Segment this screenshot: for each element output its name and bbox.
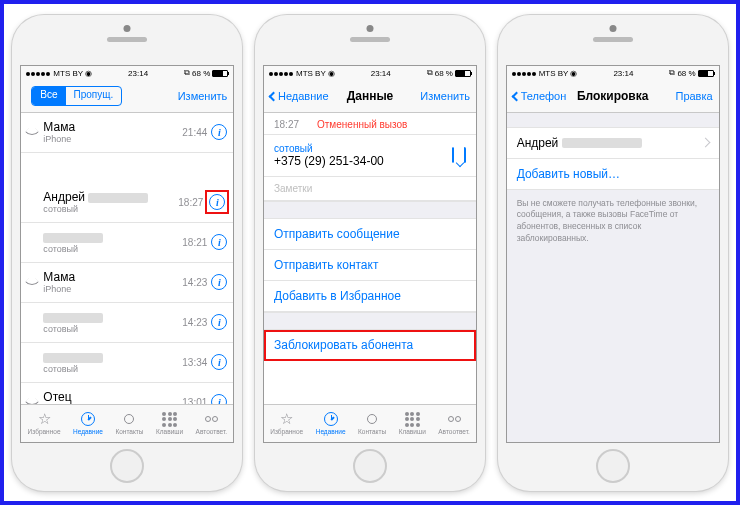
- caller-sub: сотовый: [43, 204, 178, 214]
- info-button[interactable]: i: [211, 394, 227, 404]
- call-row[interactable]: Отецрабочий13:01i: [21, 383, 233, 404]
- tab-contacts[interactable]: Контакты: [358, 411, 386, 435]
- phone-frame-3: MTS BY ◉ 23:14 ⧉68 % Телефон Блокировка …: [498, 15, 728, 491]
- segmented-control[interactable]: Все Пропущ.: [31, 86, 122, 106]
- signal-icon: [269, 69, 294, 78]
- seg-all[interactable]: Все: [32, 87, 65, 105]
- info-button[interactable]: i: [209, 194, 225, 210]
- call-row[interactable]: МамаiPhone21:44i: [21, 113, 233, 153]
- message-icon[interactable]: [452, 148, 454, 162]
- outgoing-icon: [25, 127, 39, 137]
- caller-sub: iPhone: [43, 134, 182, 144]
- caller-name: Отец: [43, 390, 182, 404]
- blurred-text: [88, 193, 148, 203]
- signal-icon: [512, 69, 537, 78]
- chevron-left-icon: [511, 91, 521, 101]
- call-row[interactable]: сотовый18:21i: [21, 223, 233, 263]
- phone-speaker: [350, 37, 390, 42]
- phone-speaker: [593, 37, 633, 42]
- back-button[interactable]: Телефон: [513, 90, 567, 102]
- keypad-icon: [403, 411, 421, 427]
- outgoing-icon: [25, 397, 39, 404]
- call-row[interactable]: сотовый14:23i: [21, 303, 233, 343]
- status-bar: MTS BY ◉ 23:14 ⧉68 %: [507, 66, 719, 81]
- tab-recents[interactable]: Недавние: [316, 411, 346, 435]
- home-button[interactable]: [596, 449, 630, 483]
- info-button[interactable]: i: [211, 274, 227, 290]
- battery-icon: [212, 70, 228, 77]
- screen-blocked: MTS BY ◉ 23:14 ⧉68 % Телефон Блокировка …: [506, 65, 720, 443]
- add-favorite-cell[interactable]: Добавить в Избранное: [264, 281, 476, 312]
- add-new-blocked-cell[interactable]: Добавить новый…: [507, 159, 719, 190]
- blocked-contact-row[interactable]: Андрей: [507, 127, 719, 159]
- phone-number-value: +375 (29) 251-34-00: [274, 154, 452, 168]
- caller-name: [43, 310, 182, 324]
- call-row[interactable]: МамаiPhone14:23i: [21, 263, 233, 303]
- phone-camera: [124, 25, 131, 32]
- phone-type-label: сотовый: [274, 143, 452, 154]
- caller-name: Мама: [43, 120, 182, 134]
- tab-contacts[interactable]: Контакты: [115, 411, 143, 435]
- call-row[interactable]: [21, 153, 233, 183]
- edit-button[interactable]: Изменить: [178, 90, 228, 102]
- battery-icon: [698, 70, 714, 77]
- tab-recents[interactable]: Недавние: [73, 411, 103, 435]
- edit-button[interactable]: Правка: [675, 90, 712, 102]
- block-caller-cell[interactable]: Заблокировать абонента: [264, 330, 476, 361]
- call-time: 13:01: [182, 397, 207, 404]
- home-button[interactable]: [110, 449, 144, 483]
- blocked-footnote: Вы не сможете получать телефонные звонки…: [507, 190, 719, 254]
- tab-voicemail[interactable]: Автоответ.: [438, 411, 469, 435]
- wifi-icon: ◉: [570, 69, 577, 78]
- tab-bar: ☆Избранное Недавние Контакты Клавиши Авт…: [264, 404, 476, 442]
- tab-bar: ☆Избранное Недавние Контакты Клавиши Авт…: [21, 404, 233, 442]
- highlight-box: i: [205, 190, 229, 214]
- phone-camera: [366, 25, 373, 32]
- info-button[interactable]: i: [211, 354, 227, 370]
- info-button[interactable]: i: [211, 124, 227, 140]
- battery-icon: [455, 70, 471, 77]
- section-spacer: [264, 201, 476, 219]
- nav-bar: Недавние Данные Изменить: [264, 81, 476, 113]
- contact-detail[interactable]: 18:27Отмененный вызов сотовый +375 (29) …: [264, 113, 476, 404]
- info-button[interactable]: i: [211, 234, 227, 250]
- phone-speaker: [107, 37, 147, 42]
- call-time: 21:44: [182, 127, 207, 138]
- clock-icon: [79, 411, 97, 427]
- blocked-list[interactable]: Андрей Добавить новый… Вы не сможете пол…: [507, 113, 719, 442]
- share-contact-cell[interactable]: Отправить контакт: [264, 250, 476, 281]
- call-icon[interactable]: [464, 148, 466, 162]
- phone-number-cell[interactable]: сотовый +375 (29) 251-34-00: [264, 135, 476, 177]
- home-button[interactable]: [353, 449, 387, 483]
- signal-icon: [26, 69, 51, 78]
- notes-field[interactable]: Заметки: [264, 177, 476, 201]
- wifi-icon: ◉: [328, 69, 335, 78]
- phone-camera: [609, 25, 616, 32]
- call-row[interactable]: Андрей сотовый18:27i: [21, 183, 233, 223]
- recents-list[interactable]: МамаiPhone21:44i Андрей сотовый18:27i со…: [21, 113, 233, 404]
- screen-contact-info: MTS BY ◉ 23:14 ⧉68 % Недавние Данные Изм…: [263, 65, 477, 443]
- voicemail-icon: [445, 411, 463, 427]
- call-row[interactable]: сотовый13:34i: [21, 343, 233, 383]
- caller-name: [43, 230, 182, 244]
- send-message-cell[interactable]: Отправить сообщение: [264, 219, 476, 250]
- last-call-line: 18:27Отмененный вызов: [264, 113, 476, 135]
- blurred-text: [562, 138, 642, 148]
- tab-favorites[interactable]: ☆Избранное: [270, 411, 303, 435]
- info-button[interactable]: i: [211, 314, 227, 330]
- tab-keypad[interactable]: Клавиши: [156, 411, 183, 435]
- caller-name: Андрей: [43, 190, 178, 204]
- seg-missed[interactable]: Пропущ.: [66, 87, 122, 105]
- back-button[interactable]: Недавние: [270, 90, 329, 102]
- keypad-icon: [161, 411, 179, 427]
- phone-frame-2: MTS BY ◉ 23:14 ⧉68 % Недавние Данные Изм…: [255, 15, 485, 491]
- tab-voicemail[interactable]: Автоответ.: [196, 411, 227, 435]
- call-time: 13:34: [182, 357, 207, 368]
- tab-favorites[interactable]: ☆Избранное: [28, 411, 61, 435]
- chevron-left-icon: [269, 91, 279, 101]
- caller-name: Мама: [43, 270, 182, 284]
- status-time: 23:14: [128, 69, 148, 78]
- tab-keypad[interactable]: Клавиши: [399, 411, 426, 435]
- voicemail-icon: [202, 411, 220, 427]
- edit-button[interactable]: Изменить: [420, 90, 470, 102]
